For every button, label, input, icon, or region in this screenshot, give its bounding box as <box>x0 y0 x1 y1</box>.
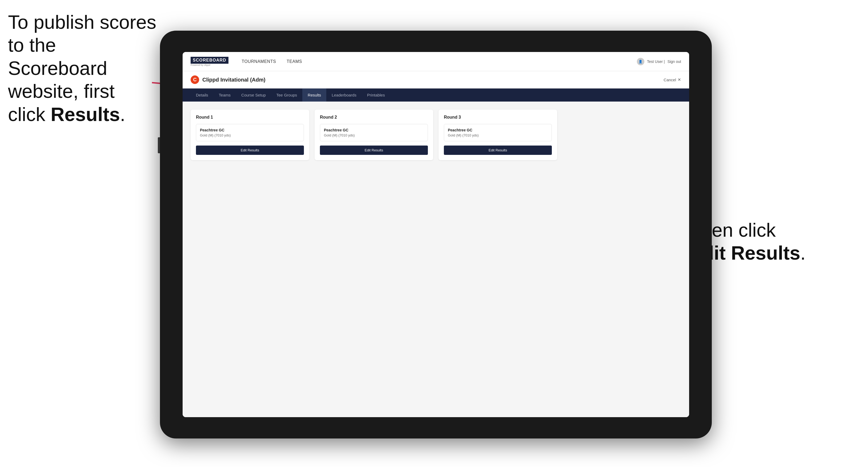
rounds-grid: Round 1 Peachtree GC Gold (M) (7010 yds)… <box>191 110 681 160</box>
empty-slot <box>562 110 681 160</box>
cancel-label: Cancel <box>663 77 676 82</box>
nav-links: TOURNAMENTS TEAMS <box>242 59 637 64</box>
close-icon: ✕ <box>678 77 681 82</box>
tab-tee-groups[interactable]: Tee Groups <box>271 89 303 101</box>
logo: SCOREBOARD <box>191 57 228 64</box>
round-1-tee: Gold (M) (7010 yds) <box>200 133 300 137</box>
round-3-card: Round 3 Peachtree GC Gold (M) (7010 yds)… <box>438 110 557 160</box>
nav-teams[interactable]: TEAMS <box>286 59 302 64</box>
sign-out-link[interactable]: Sign out <box>668 59 681 64</box>
instruction-left: To publish scores to the Scoreboard webs… <box>8 11 157 126</box>
round-2-card: Round 2 Peachtree GC Gold (M) (7010 yds)… <box>315 110 433 160</box>
tab-course-setup[interactable]: Course Setup <box>236 89 271 101</box>
round-2-tee: Gold (M) (7010 yds) <box>324 133 424 137</box>
round-1-course-card: Peachtree GC Gold (M) (7010 yds) <box>196 124 304 141</box>
round-3-course-name: Peachtree GC <box>448 128 548 132</box>
tab-bar: Details Teams Course Setup Tee Groups Re… <box>183 89 689 101</box>
round-1-title: Round 1 <box>196 115 304 120</box>
round-3-title: Round 3 <box>444 115 552 120</box>
tournament-header: C Clippd Invitational (Adm) Cancel ✕ <box>183 71 689 89</box>
tournament-icon: C <box>191 75 199 84</box>
round-2-course-name: Peachtree GC <box>324 128 424 132</box>
logo-subtitle: Powered by clippd <box>191 64 228 66</box>
tab-results[interactable]: Results <box>302 89 326 101</box>
nav-right: 👤 Test User | Sign out <box>637 58 681 65</box>
tablet-device: SCOREBOARD Powered by clippd TOURNAMENTS… <box>160 31 712 438</box>
instruction-line4: click Results. <box>8 104 125 125</box>
user-avatar: 👤 <box>637 58 644 65</box>
user-name: Test User | <box>647 59 665 64</box>
edit-results-btn-3[interactable]: Edit Results <box>444 146 552 155</box>
instruction-line3: website, first <box>8 81 115 102</box>
instruction-line1: To publish scores <box>8 11 156 33</box>
instruction-line2: to the Scoreboard <box>8 34 107 79</box>
tab-details[interactable]: Details <box>191 89 214 101</box>
tournament-name: Clippd Invitational (Adm) <box>202 77 266 83</box>
tab-printables[interactable]: Printables <box>362 89 390 101</box>
tablet-side-button <box>158 137 160 153</box>
cancel-button[interactable]: Cancel ✕ <box>663 77 681 82</box>
nav-tournaments[interactable]: TOURNAMENTS <box>242 59 276 64</box>
tab-teams[interactable]: Teams <box>214 89 236 101</box>
round-2-course-card: Peachtree GC Gold (M) (7010 yds) <box>320 124 428 141</box>
tab-leaderboards[interactable]: Leaderboards <box>326 89 362 101</box>
round-1-course-name: Peachtree GC <box>200 128 300 132</box>
top-navigation: SCOREBOARD Powered by clippd TOURNAMENTS… <box>183 52 689 71</box>
logo-area: SCOREBOARD Powered by clippd <box>191 57 228 66</box>
edit-results-btn-1[interactable]: Edit Results <box>196 146 304 155</box>
round-2-title: Round 2 <box>320 115 428 120</box>
round-1-card: Round 1 Peachtree GC Gold (M) (7010 yds)… <box>191 110 309 160</box>
main-content: Round 1 Peachtree GC Gold (M) (7010 yds)… <box>183 101 689 417</box>
edit-results-btn-2[interactable]: Edit Results <box>320 146 428 155</box>
tournament-title-row: C Clippd Invitational (Adm) <box>191 75 266 84</box>
tablet-screen: SCOREBOARD Powered by clippd TOURNAMENTS… <box>183 52 689 417</box>
round-3-tee: Gold (M) (7010 yds) <box>448 133 548 137</box>
round-3-course-card: Peachtree GC Gold (M) (7010 yds) <box>444 124 552 141</box>
